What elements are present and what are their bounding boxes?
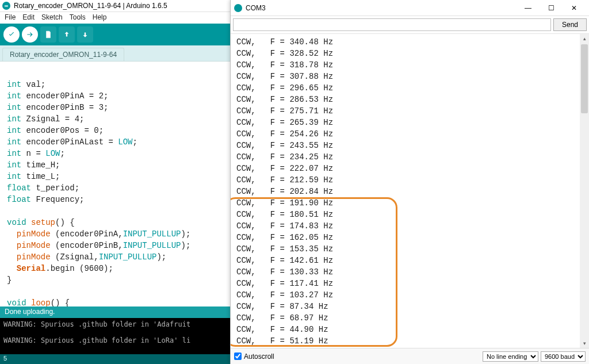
upload-button[interactable] — [22, 26, 38, 43]
code-token: ); — [156, 252, 166, 262]
code-token: (encoder0PinB, — [51, 241, 123, 250]
maximize-button[interactable]: ☐ — [540, 1, 563, 15]
code-token: LOW — [118, 137, 132, 147]
serial-titlebar[interactable]: COM3 — ☐ ✕ — [231, 0, 589, 16]
code-token: pinMode — [17, 241, 51, 250]
code-token — [7, 241, 17, 250]
code-token: Zsignal = 4; — [21, 114, 84, 124]
serial-input[interactable] — [233, 18, 551, 31]
autoscroll-label: Autoscroll — [244, 352, 274, 361]
code-token: time_H; — [21, 160, 60, 170]
menu-help[interactable]: Help — [93, 13, 107, 22]
code-token: encoder0PinALast = — [21, 137, 118, 147]
serial-monitor-window: COM3 — ☐ ✕ Send CCW, F = 340.48 Hz CCW, … — [230, 0, 589, 364]
sketch-tab[interactable]: Rotary_encoder_OMRON_11-9-64 — [2, 48, 124, 61]
code-token: void — [7, 218, 26, 227]
arrow-up-icon — [63, 30, 71, 39]
arrow-right-icon — [26, 30, 34, 39]
code-token: pinMode — [17, 252, 51, 262]
code-token: () { — [51, 298, 70, 306]
code-token — [26, 298, 31, 306]
code-token: encoder0PinB = 3; — [21, 103, 108, 112]
open-button[interactable] — [59, 26, 75, 43]
code-token: LOW — [45, 149, 60, 158]
code-token: int — [7, 160, 21, 170]
code-token — [7, 252, 17, 262]
code-token: Frequency; — [31, 195, 84, 204]
code-token: int — [7, 114, 21, 124]
code-token: INPUT_PULLUP — [99, 252, 157, 262]
verify-button[interactable] — [3, 26, 20, 43]
code-token: encoder0Pos = 0; — [21, 126, 104, 135]
arduino-logo-icon — [234, 4, 242, 12]
code-token — [26, 218, 31, 227]
arrow-down-icon — [81, 30, 89, 39]
new-button[interactable] — [40, 26, 56, 43]
code-token: int — [7, 103, 21, 112]
serial-lines: CCW, F = 340.48 Hz CCW, F = 328.52 Hz CC… — [236, 36, 333, 347]
save-button[interactable] — [77, 26, 93, 43]
code-token: ); — [181, 229, 190, 239]
code-token: float — [7, 183, 31, 193]
code-token: encoder0PinA = 2; — [21, 91, 108, 101]
autoscroll-checkbox[interactable] — [234, 352, 242, 360]
code-token: .begin (9600); — [45, 264, 113, 273]
line-ending-select[interactable]: No line ending — [483, 351, 538, 362]
file-icon — [44, 30, 52, 39]
code-token: float — [7, 195, 31, 204]
code-token: setup — [31, 218, 55, 227]
menu-edit[interactable]: Edit — [22, 13, 35, 22]
minimize-button[interactable]: — — [517, 1, 540, 15]
close-button[interactable]: ✕ — [563, 1, 586, 15]
ide-title: Rotary_encoder_OMRON_11-9-64 | Arduino 1… — [14, 2, 167, 10]
serial-title: COM3 — [246, 4, 266, 12]
code-token: int — [7, 91, 21, 101]
code-token: int — [7, 149, 21, 158]
code-token: t_period; — [31, 183, 79, 193]
menu-tools[interactable]: Tools — [70, 13, 86, 22]
code-token — [7, 229, 17, 239]
code-token — [7, 264, 17, 273]
code-token: int — [7, 137, 21, 147]
scroll-thumb[interactable] — [581, 44, 588, 113]
arduino-logo-icon: ∞ — [2, 2, 10, 10]
code-token: loop — [31, 298, 51, 306]
code-token: (Zsignal, — [51, 252, 99, 262]
code-token: Serial — [17, 264, 45, 273]
code-token: INPUT_PULLUP — [123, 229, 181, 239]
menu-sketch[interactable]: Sketch — [41, 13, 63, 22]
code-token: pinMode — [17, 229, 51, 239]
serial-footer: Autoscroll No line ending 9600 baud — [231, 348, 589, 364]
code-token: ; — [132, 137, 137, 147]
code-token: int — [7, 80, 21, 89]
scroll-down-button[interactable]: ▾ — [580, 339, 589, 348]
code-token: () { — [55, 218, 75, 227]
code-token: } — [7, 275, 12, 285]
vertical-scrollbar[interactable]: ▴ ▾ — [580, 34, 589, 348]
code-token: ); — [181, 241, 190, 250]
check-icon — [7, 30, 16, 39]
code-token: n = — [21, 149, 45, 158]
code-token: time_L; — [21, 172, 60, 181]
menu-file[interactable]: File — [5, 13, 16, 22]
serial-input-row: Send — [231, 16, 589, 34]
send-button[interactable]: Send — [553, 18, 587, 31]
code-token: void — [7, 298, 26, 306]
code-token: INPUT_PULLUP — [123, 241, 181, 250]
code-token: ; — [60, 149, 64, 158]
scroll-up-button[interactable]: ▴ — [580, 34, 589, 43]
code-token: (encoder0PinA, — [51, 229, 123, 239]
code-token: int — [7, 126, 21, 135]
code-token: val; — [21, 80, 45, 89]
serial-output: CCW, F = 340.48 Hz CCW, F = 328.52 Hz CC… — [231, 34, 589, 348]
baud-select[interactable]: 9600 baud — [541, 351, 586, 362]
code-token: int — [7, 172, 21, 181]
window-controls: — ☐ ✕ — [517, 1, 586, 15]
